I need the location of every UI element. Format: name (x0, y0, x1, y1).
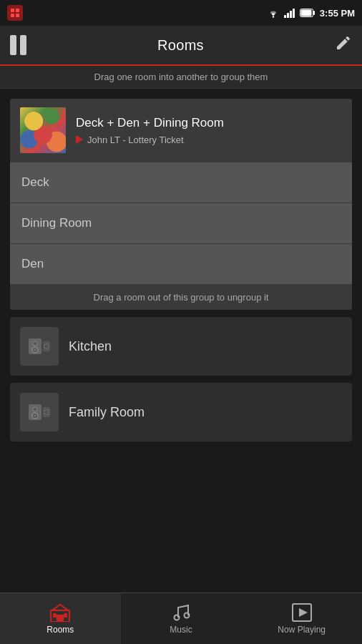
svg-marker-33 (299, 608, 308, 617)
app-icon (7, 5, 23, 21)
family-room-icon (20, 393, 59, 431)
room-item-den[interactable]: Den (10, 244, 352, 284)
kitchen-label: Kitchen (69, 339, 112, 354)
group-card[interactable]: Deck + Den + Dining Room John LT - Lotte… (10, 99, 352, 310)
svg-rect-2 (11, 14, 14, 17)
svg-rect-27 (57, 615, 64, 622)
group-footer: Drag a room out of this group to ungroup… (10, 285, 352, 310)
family-room-label: Family Room (69, 405, 145, 420)
svg-rect-8 (293, 9, 295, 18)
pause-bar-right (20, 35, 26, 55)
svg-rect-28 (53, 613, 57, 618)
room-item-deck[interactable]: Deck (10, 162, 352, 203)
svg-rect-0 (11, 9, 14, 12)
wifi-icon (267, 8, 280, 18)
nav-music[interactable]: Music (121, 593, 242, 644)
hint-text: Drag one room into another to group them (94, 72, 268, 82)
group-name: Deck + Den + Dining Room (76, 116, 342, 130)
main-content: Deck + Den + Dining Room John LT - Lotte… (0, 89, 362, 592)
group-header: Deck + Den + Dining Room John LT - Lotte… (10, 99, 352, 162)
svg-rect-29 (64, 613, 67, 618)
svg-point-20 (33, 407, 37, 411)
svg-rect-7 (290, 11, 292, 18)
hint-bar: Drag one room into another to group them (0, 66, 362, 89)
play-icon (76, 135, 83, 144)
svg-rect-5 (284, 15, 286, 18)
track-name: John LT - Lottery Ticket (87, 135, 184, 145)
room-item-dining[interactable]: Dining Room (10, 203, 352, 243)
status-right: 3:55 PM (267, 8, 355, 19)
svg-point-22 (34, 415, 36, 417)
rooms-nav-icon (49, 603, 71, 622)
signal-icon (284, 8, 295, 18)
now-playing-nav-icon (292, 603, 312, 622)
nav-rooms-label: Rooms (47, 625, 74, 635)
svg-point-13 (33, 341, 37, 346)
album-art (20, 107, 66, 153)
nav-now-playing-label: Now Playing (278, 625, 326, 635)
group-info: Deck + Den + Dining Room John LT - Lotte… (76, 116, 342, 145)
top-bar: Rooms (0, 26, 362, 66)
battery-icon (300, 9, 315, 17)
svg-rect-6 (287, 13, 289, 18)
svg-rect-1 (16, 9, 19, 12)
bottom-nav: Rooms Music Now Playing (0, 592, 362, 644)
svg-point-25 (46, 411, 47, 413)
speaker-icon-2 (27, 400, 52, 424)
edit-button[interactable] (335, 34, 352, 56)
svg-rect-10 (300, 10, 311, 16)
svg-rect-3 (16, 14, 19, 17)
svg-rect-11 (313, 11, 315, 15)
pause-bar-left (10, 35, 16, 55)
album-art-image (20, 107, 66, 153)
svg-point-15 (34, 349, 36, 351)
nav-rooms[interactable]: Rooms (0, 593, 121, 644)
kitchen-icon (20, 327, 59, 366)
music-nav-icon (171, 603, 191, 622)
nav-music-label: Music (170, 625, 192, 635)
status-bar: 3:55 PM (0, 0, 362, 26)
speaker-icon (27, 334, 52, 358)
room-family[interactable]: Family Room (10, 383, 352, 441)
page-title: Rooms (157, 37, 204, 54)
status-left (7, 5, 23, 21)
room-kitchen[interactable]: Kitchen (10, 317, 352, 376)
svg-point-18 (46, 346, 47, 347)
nav-now-playing[interactable]: Now Playing (241, 593, 362, 644)
pause-button[interactable] (10, 35, 26, 55)
svg-point-4 (273, 16, 274, 17)
now-playing-track: John LT - Lottery Ticket (76, 135, 342, 145)
status-time: 3:55 PM (320, 8, 355, 19)
